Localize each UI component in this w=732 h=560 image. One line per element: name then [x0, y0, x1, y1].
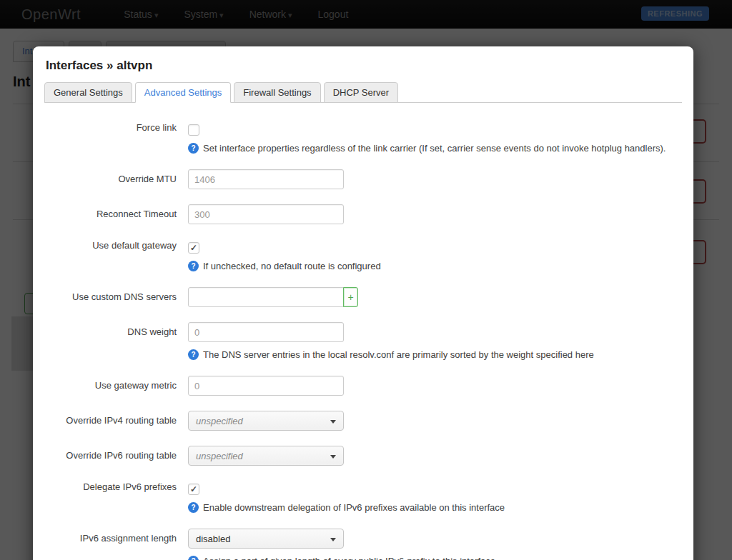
force-link-checkbox[interactable]: [188, 124, 199, 136]
field-label-reconnect-timeout: Reconnect Timeout: [44, 204, 177, 219]
help-text: The DNS server entries in the local reso…: [203, 349, 594, 361]
field-label-use-gateway-metric: Use gateway metric: [44, 376, 177, 391]
modal-tabbar: General SettingsAdvanced SettingsFirewal…: [44, 82, 682, 103]
help-icon: ?: [188, 349, 199, 360]
help-icon: ?: [188, 261, 199, 271]
field-control: unspecified: [188, 411, 344, 431]
dropdown-selected-value: disabled: [196, 534, 230, 544]
field-control: ✓?Enable downstream delegation of IPv6 p…: [188, 481, 505, 514]
field-label-ipv6-assignment-length: IPv6 assignment length: [44, 529, 177, 544]
field-control: unspecified: [188, 446, 344, 466]
dns-weight-input[interactable]: [188, 322, 344, 342]
help-text: If unchecked, no default route is config…: [203, 260, 381, 272]
tab-advanced-settings[interactable]: Advanced Settings: [135, 82, 231, 103]
chevron-down-icon: [330, 455, 336, 459]
help-text: Enable downstream delegation of IPv6 pre…: [203, 501, 505, 514]
field-label-use-default-gateway: Use default gateway: [44, 239, 177, 251]
field-row-override-ipv4-routing-table: Override IPv4 routing tableunspecified: [44, 411, 682, 431]
field-help-text: ?Assign a part of given length of every …: [188, 555, 495, 560]
field-row-dns-weight: DNS weight?The DNS server entries in the…: [44, 322, 682, 361]
field-label-force-link: Force link: [44, 121, 177, 133]
field-help-text: ?Set interface properties regardless of …: [188, 142, 666, 154]
reconnect-timeout-input[interactable]: [188, 204, 344, 224]
field-row-use-gateway-metric: Use gateway metric: [44, 376, 682, 396]
field-row-override-mtu: Override MTU: [44, 169, 682, 189]
dropdown-selected-value: unspecified: [196, 451, 243, 461]
field-control: [188, 204, 344, 224]
use-custom-dns-servers-input[interactable]: [188, 287, 344, 307]
field-help-text: ?Enable downstream delegation of IPv6 pr…: [188, 501, 505, 514]
settings-form: Force link?Set interface properties rega…: [44, 121, 682, 560]
field-help-text: ?If unchecked, no default route is confi…: [188, 260, 381, 272]
field-help-text: ?The DNS server entries in the local res…: [188, 349, 594, 361]
ipv6-assignment-length-dropdown[interactable]: disabled: [188, 529, 344, 549]
field-label-use-custom-dns-servers: Use custom DNS servers: [44, 287, 177, 302]
help-icon: ?: [188, 502, 199, 513]
chevron-down-icon: [330, 420, 336, 424]
field-label-delegate-ipv6-prefixes: Delegate IPv6 prefixes: [44, 481, 177, 492]
add-entry-button[interactable]: +: [343, 287, 358, 307]
field-row-use-custom-dns-servers: Use custom DNS servers+: [44, 287, 682, 307]
field-label-override-ipv4-routing-table: Override IPv4 routing table: [44, 411, 177, 426]
tab-firewall-settings[interactable]: Firewall Settings: [234, 82, 320, 103]
help-text: Set interface properties regardless of t…: [203, 142, 666, 154]
field-control: +: [188, 287, 358, 307]
field-control: ?The DNS server entries in the local res…: [188, 322, 594, 361]
field-control: [188, 169, 344, 189]
chevron-down-icon: [330, 538, 336, 541]
field-row-use-default-gateway: Use default gateway✓?If unchecked, no de…: [44, 239, 682, 272]
input-with-add: +: [188, 287, 358, 307]
field-control: [188, 376, 344, 396]
field-row-ipv6-assignment-length: IPv6 assignment lengthdisabled?Assign a …: [44, 529, 682, 560]
field-row-delegate-ipv6-prefixes: Delegate IPv6 prefixes✓?Enable downstrea…: [44, 481, 682, 514]
field-row-force-link: Force link?Set interface properties rega…: [44, 121, 682, 154]
field-control: ?Set interface properties regardless of …: [188, 121, 666, 154]
help-text: Assign a part of given length of every p…: [203, 555, 495, 560]
help-icon: ?: [188, 143, 199, 154]
dropdown-selected-value: unspecified: [196, 416, 243, 426]
override-mtu-input[interactable]: [188, 169, 344, 189]
field-control: disabled?Assign a part of given length o…: [188, 529, 495, 560]
tab-dhcp-server[interactable]: DHCP Server: [324, 82, 399, 103]
field-row-reconnect-timeout: Reconnect Timeout: [44, 204, 682, 224]
override-ipv4-routing-table-dropdown[interactable]: unspecified: [188, 411, 344, 431]
modal-title: Interfaces » altvpn: [46, 59, 682, 73]
help-icon: ?: [188, 556, 199, 560]
tab-general-settings[interactable]: General Settings: [44, 82, 132, 103]
use-gateway-metric-input[interactable]: [188, 376, 344, 396]
override-ipv6-routing-table-dropdown[interactable]: unspecified: [188, 446, 344, 466]
field-label-dns-weight: DNS weight: [44, 322, 177, 337]
delegate-ipv6-prefixes-checkbox[interactable]: ✓: [188, 484, 199, 495]
field-row-override-ipv6-routing-table: Override IPv6 routing tableunspecified: [44, 446, 682, 466]
field-label-override-ipv6-routing-table: Override IPv6 routing table: [44, 446, 177, 461]
field-label-override-mtu: Override MTU: [44, 169, 177, 184]
use-default-gateway-checkbox[interactable]: ✓: [188, 242, 199, 254]
interface-settings-modal: Interfaces » altvpn General SettingsAdva…: [33, 46, 693, 560]
field-control: ✓?If unchecked, no default route is conf…: [188, 239, 381, 272]
